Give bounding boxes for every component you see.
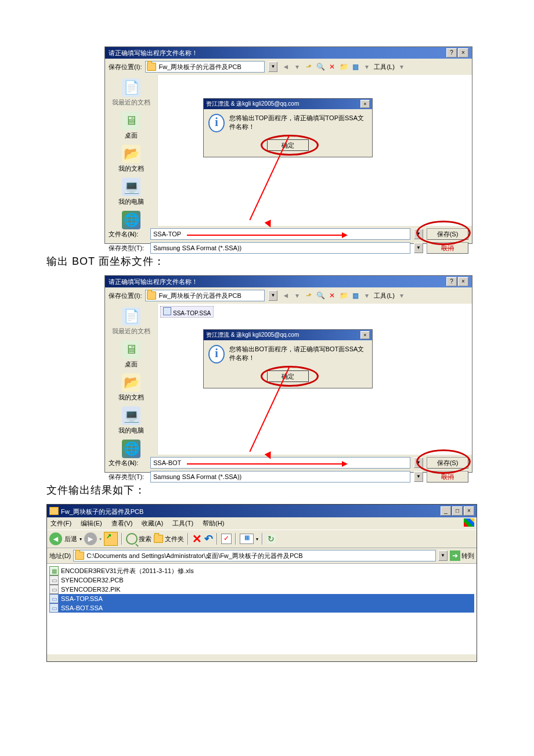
forward-button[interactable]: ► [84,532,97,545]
help-button[interactable]: ? [446,48,457,57]
views-icon[interactable]: ▦ [351,62,360,71]
folders-button[interactable]: 文件夹 [154,535,184,543]
sidebar-mydocs[interactable]: 📂我的文档 [105,145,157,173]
filename-dropdown[interactable]: ▼ [414,229,423,239]
up-folder-icon[interactable]: ⬏ [304,291,313,300]
ok-button[interactable]: 确定 [267,139,309,151]
filename-dropdown[interactable]: ▼ [414,458,423,468]
nav-back-icon[interactable]: ◄ [281,291,290,300]
ok-button[interactable]: 确定 [267,370,309,382]
minimize-button[interactable]: _ [441,506,451,516]
close-button[interactable]: × [464,506,474,516]
toolbar-icons: ◄▾ ⬏ 🔍 ✕ 📁 ▦▾ 工具(L)▾ [281,62,406,71]
sidebar-desktop[interactable]: 🖥桌面 [105,111,157,140]
folder-dropdown[interactable]: ▼ [268,62,277,72]
search-icon[interactable]: 🔍 [316,291,325,300]
msgbox-title: 资江漂流 & 递kgli kgli2005@qq.com [206,331,299,339]
save-location-row: 保存位置(I): Fw_两块板子的元器件及PCB ▼ ◄▾ ⬏ 🔍 ✕ 📁 ▦▾… [105,59,472,75]
folder-icon [154,535,163,543]
nav-back-icon[interactable]: ◄ [281,62,290,71]
delete-icon[interactable]: ✕ [327,62,337,71]
file-item[interactable]: ▭SSA-BOT.SSA [49,603,474,613]
file-item[interactable]: ▭SYENCODER32.PCB [49,575,474,585]
title-text: 请正确填写输出程序文件名称！ [109,278,198,286]
sidebar-recent[interactable]: 📄我最近的文档 [105,78,157,107]
save-dialog-bot: 请正确填写输出程序文件名称！ ? × 保存位置(I): Fw_两块板子的元器件及… [104,275,472,473]
up-folder-icon[interactable]: ⬏ [304,62,313,71]
address-input[interactable]: C:\Documents and Settings\Administrator\… [73,550,436,561]
filename-highlight-line [187,463,344,465]
title-bar: 请正确填写输出程序文件名称！ ? × [105,276,472,287]
file-item[interactable]: ▦ENCODER3REV31元件表（2011-3-11）修.xls [49,566,474,575]
address-dropdown[interactable]: ▼ [438,550,448,561]
existing-file[interactable]: SSA-TOP.SSA [160,306,214,318]
message-box: 资江漂流 & 递kgli kgli2005@qq.com × i 您将输出TOP… [203,98,373,157]
sidebar-mycomp[interactable]: 💻我的电脑 [105,178,157,206]
maximize-button[interactable]: □ [452,506,463,516]
msgbox-close[interactable]: × [360,100,370,108]
filename-label: 文件名(N): [109,459,147,467]
filetype-dropdown[interactable]: ▼ [414,243,423,253]
filename-input[interactable]: SSA-BOT [150,457,410,469]
file-icon: ▦ [49,566,59,575]
new-folder-icon[interactable]: 📁 [339,62,348,71]
toolbar-icons: ◄▾ ⬏ 🔍 ✕ 📁 ▦▾ 工具(L)▾ [281,291,406,300]
info-icon: i [208,345,225,363]
explorer-title: Fw_两块板子的元器件及PCB [61,508,143,515]
delete-icon[interactable]: ✕ [327,291,337,300]
undo-button[interactable]: ↶ [204,532,213,545]
new-folder-icon[interactable]: 📁 [339,291,348,300]
tools-menu[interactable]: 工具(L) [374,291,394,300]
file-icon: ▭ [49,575,59,585]
properties-button[interactable]: ✓ [221,534,232,544]
filetype-dropdown[interactable]: ▼ [414,471,423,482]
cancel-button[interactable]: 取消 [427,471,468,483]
cancel-button[interactable]: 取消 [427,242,468,254]
folder-name: Fw_两块板子的元器件及PCB [158,63,241,71]
sidebar-desktop[interactable]: 🖥桌面 [105,340,157,369]
file-name: ENCODER3REV31元件表（2011-3-11）修.xls [61,567,194,575]
refresh-button[interactable]: ↻ [266,534,276,543]
file-list[interactable]: ▦ENCODER3REV31元件表（2011-3-11）修.xls▭SYENCO… [47,564,477,654]
filetype-combo[interactable]: Samsung SSA Format (*.SSA)) [150,471,410,483]
search-icon [126,533,138,545]
msgbox-title: 资江漂流 & 递kgli kgli2005@qq.com [206,100,299,108]
address-bar-row: 地址(D) C:\Documents and Settings\Administ… [47,548,477,564]
menu-edit[interactable]: 编辑(E) [81,519,102,528]
filetype-combo[interactable]: Samsung SSA Format (*.SSA)) [150,242,410,254]
close-button[interactable]: × [458,277,468,286]
sidebar-recent[interactable]: 📄我最近的文档 [105,307,157,336]
folder-dropdown[interactable]: ▼ [268,290,277,301]
menu-favorites[interactable]: 收藏(A) [142,519,163,528]
sidebar-mydocs[interactable]: 📂我的文档 [105,373,157,402]
save-location-label: 保存位置(I): [109,63,142,71]
menu-view[interactable]: 查看(V) [111,519,133,528]
close-button[interactable]: × [458,48,468,57]
menu-help[interactable]: 帮助(H) [203,519,224,528]
file-item[interactable]: ▭SSA-TOP.SSA [49,594,474,603]
delete-button[interactable]: ✕ [192,532,202,546]
msgbox-close[interactable]: × [360,331,370,339]
sidebar-mycomp[interactable]: 💻我的电脑 [105,406,157,435]
file-icon: ▭ [49,603,59,613]
file-area[interactable]: SSA-TOP.SSA 资江漂流 & 递kgli kgli2005@qq.com… [158,304,472,455]
save-button[interactable]: 保存(S) [427,457,468,469]
menu-tools[interactable]: 工具(T) [172,519,193,528]
search-button[interactable]: 搜索 [126,533,151,545]
search-icon[interactable]: 🔍 [316,62,325,71]
save-button[interactable]: 保存(S) [427,228,468,240]
views-button[interactable]: ▦ [240,534,254,544]
file-area[interactable]: 资江漂流 & 递kgli kgli2005@qq.com × i 您将输出TOP… [158,75,472,226]
up-button[interactable] [104,532,118,546]
go-button[interactable]: ➜转到 [450,550,474,561]
folder-combo[interactable]: Fw_两块板子的元器件及PCB [145,290,265,301]
tools-menu[interactable]: 工具(L) [374,63,394,71]
file-item[interactable]: ▭SYENCODER32.PIK [49,585,474,594]
help-button[interactable]: ? [446,277,457,286]
back-button[interactable]: ◄后退▾ [49,532,82,545]
views-icon[interactable]: ▦ [351,291,360,300]
file-icon: ▭ [49,594,59,603]
folder-combo[interactable]: Fw_两块板子的元器件及PCB [145,61,265,73]
menu-file[interactable]: 文件(F) [50,519,71,528]
filename-input[interactable]: SSA-TOP [150,228,410,240]
